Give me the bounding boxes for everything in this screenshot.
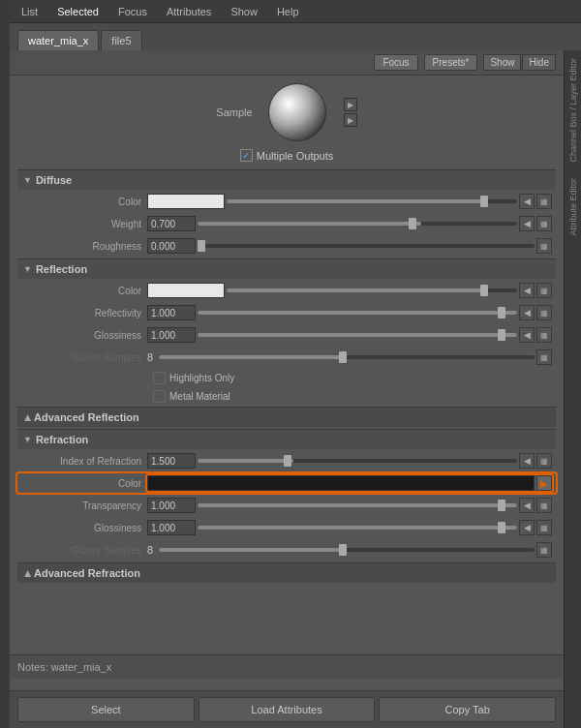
advanced-reflection-title: Advanced Reflection <box>34 411 139 423</box>
diffuse-weight-input[interactable] <box>147 216 196 231</box>
notes-value: water_mia_x <box>51 661 111 673</box>
multiple-outputs-checkbox[interactable]: ✓ <box>240 149 253 162</box>
advanced-refraction-title: Advanced Refraction <box>34 567 140 579</box>
diffuse-roughness-value: ▦ <box>147 238 552 254</box>
top-controls: Focus Presets* Show Hide <box>10 50 564 76</box>
reflection-glossiness-slider[interactable] <box>198 333 517 337</box>
focus-button[interactable]: Focus <box>374 54 417 71</box>
reflection-reflectivity-label: Reflectivity <box>21 308 147 318</box>
menu-selected[interactable]: Selected <box>53 4 103 19</box>
diffuse-weight-icon[interactable]: ◀ <box>519 216 535 231</box>
diffuse-color-swatch[interactable] <box>147 194 225 209</box>
select-button[interactable]: Select <box>17 697 195 722</box>
reflection-reflectivity-row: Reflectivity ◀ ▦ <box>17 303 556 322</box>
refraction-color-arrow-btn[interactable]: ▶ <box>536 475 552 491</box>
reflection-glossy-samples-label: Glossy Samples <box>21 352 147 363</box>
refraction-color-label: Color <box>21 478 147 489</box>
diffuse-roughness-slider[interactable] <box>198 244 535 248</box>
diffuse-weight-slider[interactable] <box>198 222 517 226</box>
sample-label: Sample <box>216 106 252 118</box>
reflection-glossiness-label: Glossiness <box>21 330 147 341</box>
refraction-glossiness-icon[interactable]: ◀ <box>519 520 535 535</box>
reflection-glossy-samples-num: 8 <box>147 351 153 363</box>
diffuse-title: Diffuse <box>36 174 72 186</box>
refraction-transparency-checker-icon[interactable]: ▦ <box>536 498 552 513</box>
reflection-color-checker-icon[interactable]: ▦ <box>536 283 552 298</box>
section-advanced-refraction-header[interactable]: ▶ Advanced Refraction <box>17 562 556 583</box>
menu-help[interactable]: Help <box>273 4 303 19</box>
section-diffuse-header[interactable]: ▼ Diffuse <box>17 169 556 190</box>
diffuse-weight-checker-icon[interactable]: ▦ <box>536 216 552 231</box>
presets-button[interactable]: Presets* <box>424 54 478 71</box>
diffuse-color-label: Color <box>21 197 147 207</box>
refraction-color-swatch[interactable] <box>147 475 535 491</box>
advanced-reflection-arrow-icon: ▶ <box>22 414 32 421</box>
reflection-title: Reflection <box>36 263 87 275</box>
scroll-area[interactable]: Sample ▶ ▶ ✓ Multiple Outputs ▼ Diffuse <box>10 76 564 654</box>
refraction-transparency-input[interactable] <box>147 498 196 513</box>
copy-tab-button[interactable]: Copy Tab <box>379 697 556 722</box>
right-panel: Channel Box / Layer Editor Attribute Edi… <box>564 50 581 728</box>
refraction-color-value: ▶ <box>147 475 552 491</box>
menu-attributes[interactable]: Attributes <box>163 4 215 19</box>
refraction-glossy-samples-label: Glossy Samples <box>21 545 147 556</box>
highlights-only-checkbox[interactable] <box>153 372 166 384</box>
diffuse-color-value: ◀ ▦ <box>147 194 552 209</box>
reflection-reflectivity-slider[interactable] <box>198 311 517 315</box>
menu-list[interactable]: List <box>17 4 42 19</box>
refraction-glossiness-checker-icon[interactable]: ▦ <box>536 520 552 535</box>
section-refraction-header[interactable]: ▼ Refraction <box>17 429 556 449</box>
refraction-transparency-slider[interactable] <box>198 503 517 507</box>
io-btn-top[interactable]: ▶ <box>344 98 357 111</box>
refraction-glossiness-input[interactable] <box>147 520 196 535</box>
io-buttons: ▶ ▶ <box>344 98 357 127</box>
load-attributes-button[interactable]: Load Attributes <box>199 697 376 722</box>
reflection-reflectivity-icon[interactable]: ◀ <box>519 305 535 320</box>
refraction-transparency-value: ◀ ▦ <box>147 498 552 513</box>
tab-file5[interactable]: file5 <box>101 30 141 50</box>
sample-section: Sample ▶ ▶ <box>17 83 556 141</box>
section-reflection-header[interactable]: ▼ Reflection <box>17 258 556 279</box>
refraction-glossy-samples-value: 8 ▦ <box>147 542 552 558</box>
diffuse-roughness-row: Roughness ▦ <box>17 236 556 256</box>
diffuse-color-arrow-icon[interactable]: ◀ <box>519 194 535 209</box>
diffuse-roughness-label: Roughness <box>21 241 147 252</box>
show-button[interactable]: Show <box>483 54 521 71</box>
menu-show[interactable]: Show <box>227 4 261 19</box>
metal-material-checkbox[interactable] <box>153 390 166 403</box>
main-area: List Selected Focus Attributes Show Help… <box>10 0 581 728</box>
reflection-glossiness-icon[interactable]: ◀ <box>519 327 535 343</box>
reflection-reflectivity-checker-icon[interactable]: ▦ <box>536 305 552 320</box>
reflection-glossiness-input[interactable] <box>147 327 196 343</box>
refraction-ior-input[interactable] <box>147 453 196 469</box>
reflection-glossy-samples-checker-icon[interactable]: ▦ <box>536 349 552 365</box>
multiple-outputs-row: ✓ Multiple Outputs <box>17 149 556 162</box>
tab-water-mia-x[interactable]: water_mia_x <box>17 30 99 50</box>
hide-button[interactable]: Hide <box>522 54 556 71</box>
refraction-glossy-samples-checker-icon[interactable]: ▦ <box>536 542 552 558</box>
refraction-ior-checker-icon[interactable]: ▦ <box>536 453 552 469</box>
reflection-glossiness-checker-icon[interactable]: ▦ <box>536 327 552 343</box>
diffuse-color-row: Color ◀ ▦ <box>17 192 556 211</box>
menu-focus[interactable]: Focus <box>114 4 151 19</box>
diffuse-color-checker-icon[interactable]: ▦ <box>536 194 552 209</box>
refraction-arrow-icon: ▼ <box>23 435 32 444</box>
io-btn-bottom[interactable]: ▶ <box>344 113 357 127</box>
metal-material-label: Metal Material <box>169 391 230 402</box>
bottom-bar: Select Load Attributes Copy Tab <box>10 690 564 728</box>
diffuse-roughness-input[interactable] <box>147 238 196 254</box>
reflection-color-arrow-icon[interactable]: ◀ <box>519 283 535 298</box>
reflection-glossiness-row: Glossiness ◀ ▦ <box>17 325 556 345</box>
reflection-reflectivity-input[interactable] <box>147 305 196 320</box>
refraction-transparency-icon[interactable]: ◀ <box>519 498 535 513</box>
refraction-glossiness-slider[interactable] <box>198 526 517 530</box>
reflection-reflectivity-value: ◀ ▦ <box>147 305 552 320</box>
reflection-arrow-icon: ▼ <box>23 264 32 274</box>
dotted-divider <box>17 681 556 688</box>
section-advanced-reflection-header[interactable]: ▶ Advanced Reflection <box>17 407 556 427</box>
diffuse-roughness-checker-icon[interactable]: ▦ <box>536 238 552 254</box>
refraction-ior-slider[interactable] <box>198 459 517 463</box>
reflection-color-swatch[interactable] <box>147 283 225 298</box>
refraction-ior-icon[interactable]: ◀ <box>519 453 535 469</box>
reflection-glossy-samples-value: 8 ▦ <box>147 349 552 365</box>
